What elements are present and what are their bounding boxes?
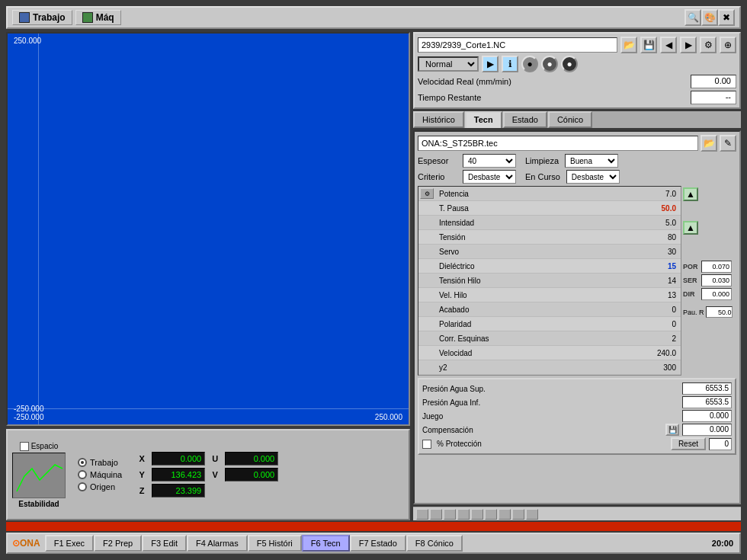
f8-btn[interactable]: F8 Cónico xyxy=(406,535,463,552)
file-save-btn[interactable]: 💾 xyxy=(640,37,657,53)
normal-dropdown[interactable]: Normal xyxy=(418,56,479,72)
ser-row: SER xyxy=(683,274,736,286)
tecn-file-input[interactable] xyxy=(418,136,698,151)
radio-dot-origen xyxy=(78,482,87,491)
bottom-values: Presión Agua Sup. 6553.5 Presión Agua In… xyxy=(418,378,736,455)
compensacion-value: 0.000 xyxy=(682,424,732,436)
table-row: y2 300 xyxy=(418,360,681,375)
prog-icon4[interactable] xyxy=(457,509,470,520)
espacio-checkbox[interactable] xyxy=(20,442,29,451)
prog-icon2[interactable] xyxy=(430,509,442,520)
graph-bottom-right: 250.000 xyxy=(375,413,402,421)
trabajo-icon xyxy=(19,12,30,23)
radio-maquina[interactable]: Máquina xyxy=(78,470,122,479)
tecn-open-btn[interactable]: 📂 xyxy=(701,135,717,152)
menu-trabajo[interactable]: Trabajo xyxy=(12,10,72,25)
f6-btn[interactable]: F6 Tecn xyxy=(302,535,350,552)
table-row: Dieléctrico 15 xyxy=(418,259,681,274)
info-btn[interactable]: ℹ xyxy=(502,56,518,72)
espacio-check: Espacio xyxy=(20,442,59,451)
pau-row: Pau. R xyxy=(683,306,736,318)
arrow-left-btn[interactable]: ◀ xyxy=(660,37,677,53)
presion-sup-value: 6553.5 xyxy=(682,382,732,395)
criterio-dropdown[interactable]: Desbaste xyxy=(463,170,516,184)
table-row: Corr. Esquinas 2 xyxy=(418,331,681,346)
circle3-btn[interactable]: ● xyxy=(561,56,578,72)
arrow-right-btn[interactable]: ▶ xyxy=(680,37,697,53)
reset-btn[interactable]: Reset xyxy=(671,437,706,450)
file-open-btn[interactable]: 📂 xyxy=(620,37,637,53)
estabilidad-box: Espacio Estabilidad xyxy=(12,442,66,508)
arrow-up-btn[interactable]: ▲ xyxy=(683,187,698,201)
search-btn[interactable]: 🔍 xyxy=(684,9,701,26)
tab-estado[interactable]: Estado xyxy=(503,111,547,128)
tab-conico[interactable]: Cónico xyxy=(548,111,592,128)
por-input[interactable] xyxy=(701,261,732,273)
prog-icon1[interactable] xyxy=(416,509,428,520)
dir-input[interactable] xyxy=(701,288,732,300)
u-input[interactable] xyxy=(225,452,278,466)
reset-value: 0 xyxy=(709,438,732,450)
tiempo-value: -- xyxy=(691,91,736,104)
pau-input[interactable] xyxy=(706,306,733,318)
prog-icon7[interactable] xyxy=(499,509,511,520)
ser-input[interactable] xyxy=(701,274,732,286)
radio-dot-maquina xyxy=(78,470,87,479)
f4-btn[interactable]: F4 Alarmas xyxy=(187,535,248,552)
palette-btn[interactable]: 🎨 xyxy=(701,9,718,26)
presion-inf-value: 6553.5 xyxy=(682,396,732,408)
z-input[interactable] xyxy=(152,484,205,498)
play-btn[interactable]: ▶ xyxy=(482,56,499,72)
proteccion-checkbox[interactable] xyxy=(422,440,431,449)
presion-sup-row: Presión Agua Sup. 6553.5 xyxy=(422,382,732,395)
f2-btn[interactable]: F2 Prep xyxy=(94,535,142,552)
tab-historico[interactable]: Histórico xyxy=(413,111,464,128)
f3-btn[interactable]: F3 Edit xyxy=(142,535,187,552)
circle2-btn[interactable]: ● xyxy=(541,56,558,72)
estabilidad-graph xyxy=(12,453,66,498)
y-input[interactable] xyxy=(152,468,205,482)
arrow-down-btn[interactable]: ▲ xyxy=(683,221,698,235)
data-table-container: ⚙ Potencia 7.0 T. Pausa 50.0 Intensidad xyxy=(418,186,736,376)
x-input[interactable] xyxy=(152,452,205,466)
table-row: Acabado 0 xyxy=(418,302,681,317)
proteccion-row: % Protección Reset 0 xyxy=(422,437,732,450)
progress-icons xyxy=(413,507,541,521)
tecn-file-row: 📂 ✎ xyxy=(418,135,736,152)
velocidad-value: 0.00 xyxy=(691,75,736,88)
radio-trabajo[interactable]: Trabajo xyxy=(78,458,122,467)
prog-icon6[interactable] xyxy=(485,509,497,520)
limpieza-dropdown[interactable]: Buena xyxy=(565,154,618,168)
compensacion-icon-btn[interactable]: 💾 xyxy=(665,424,679,436)
f5-btn[interactable]: F5 Históri xyxy=(248,535,302,552)
f1-btn[interactable]: F1 Exec xyxy=(45,535,94,552)
menu-maq[interactable]: Máq xyxy=(75,10,121,25)
status-bar xyxy=(6,522,741,531)
prog-icon3[interactable] xyxy=(444,509,456,520)
radio-origen[interactable]: Origen xyxy=(78,482,122,491)
coord-grid: X U Y V Z xyxy=(134,452,278,498)
data-table: ⚙ Potencia 7.0 T. Pausa 50.0 Intensidad xyxy=(418,186,681,376)
prog-icon5[interactable] xyxy=(471,509,483,520)
v-input[interactable] xyxy=(225,468,278,482)
prog-icon9[interactable] xyxy=(526,509,538,520)
por-row: POR xyxy=(683,261,736,273)
progress-row xyxy=(413,507,741,520)
file-area: 📂 💾 ◀ ▶ ⚙ ⊕ Normal ▶ ℹ ● ● ● xyxy=(413,32,741,109)
prog-icon8[interactable] xyxy=(512,509,524,520)
spacer xyxy=(420,203,434,213)
bottom-toolbar: ⊙ONA F1 Exec F2 Prep F3 Edit F4 Alarmas … xyxy=(6,533,741,554)
settings-btn[interactable]: ⚙ xyxy=(700,37,717,53)
circle1-btn[interactable]: ● xyxy=(521,56,538,72)
file-input[interactable] xyxy=(418,37,617,53)
f7-btn[interactable]: F7 Estado xyxy=(350,535,406,552)
close-top-btn[interactable]: ✖ xyxy=(718,9,735,26)
target-btn[interactable]: ⊕ xyxy=(720,37,736,53)
tecn-edit-btn[interactable]: ✎ xyxy=(720,135,736,152)
table-row: Tensión Hilo 14 xyxy=(418,274,681,288)
tab-tecn[interactable]: Tecn xyxy=(465,111,502,128)
graph-axis-x xyxy=(8,408,409,409)
espesor-dropdown[interactable]: 40 xyxy=(463,154,516,168)
en-curso-dropdown[interactable]: Desbaste xyxy=(566,170,620,184)
settings-mini: ⚙ xyxy=(420,188,434,199)
